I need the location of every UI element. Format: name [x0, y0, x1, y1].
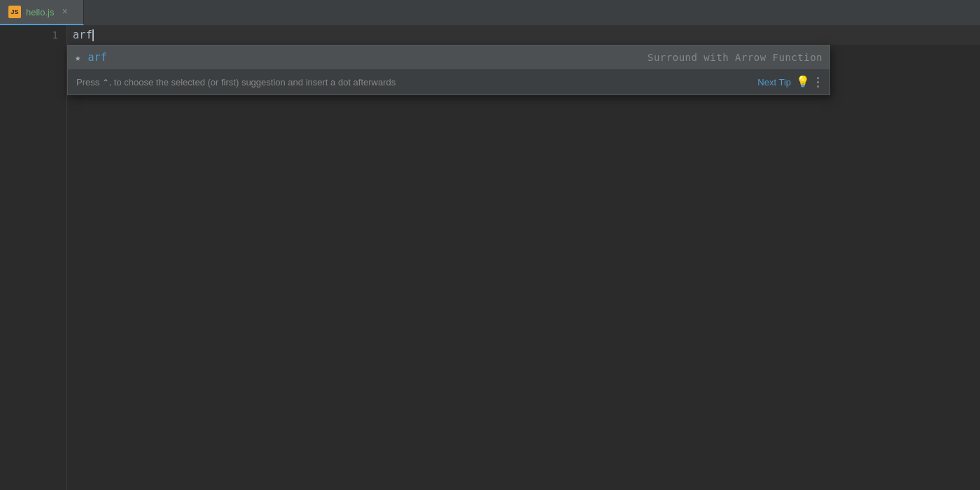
line-number-1: 1	[0, 25, 66, 45]
typed-code: arf	[73, 29, 94, 41]
tab-close-button[interactable]: ×	[62, 7, 67, 17]
code-area[interactable]: Paused... arf ★ arf Surround with Arrow …	[66, 25, 980, 490]
star-icon: ★	[75, 52, 80, 64]
autocomplete-dropdown: ★ arf Surround with Arrow Function Press…	[67, 45, 830, 95]
tip-key: ⌃.	[102, 78, 111, 88]
tab-file-icon: JS	[8, 6, 21, 18]
tip-row: Press ⌃. to choose the selected (or firs…	[68, 69, 830, 94]
next-tip-button[interactable]: Next Tip	[757, 77, 791, 88]
more-options-icon[interactable]	[815, 75, 821, 90]
suggestion-description: Surround with Arrow Function	[648, 52, 822, 63]
editor-area: 1 Paused... arf ★ arf Surround with Arro…	[0, 25, 980, 490]
line-gutter: 1	[0, 25, 66, 490]
suggestion-text: arf	[88, 51, 640, 64]
tab-hello-js[interactable]: JS hello.js ×	[0, 0, 84, 25]
tab-bar: JS hello.js ×	[0, 0, 980, 25]
suggestion-row[interactable]: ★ arf Surround with Arrow Function	[68, 46, 830, 69]
tab-filename: hello.js	[26, 7, 54, 18]
bulb-icon[interactable]: 💡	[795, 74, 811, 90]
current-line[interactable]: arf	[67, 25, 980, 45]
tip-text: Press ⌃. to choose the selected (or firs…	[76, 77, 753, 88]
text-cursor	[92, 29, 94, 41]
